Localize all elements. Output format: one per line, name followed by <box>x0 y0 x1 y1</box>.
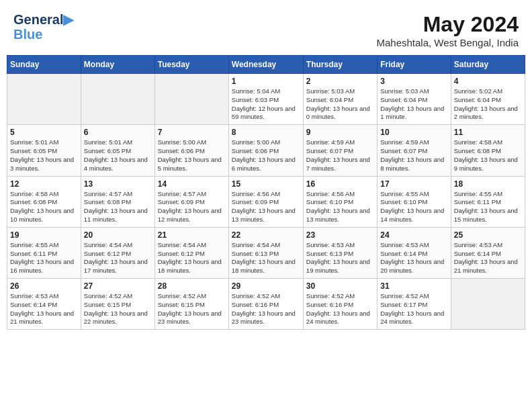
cell-info: Sunrise: 4:56 AM Sunset: 6:10 PM Dayligh… <box>306 190 374 224</box>
calendar-cell: 25Sunrise: 4:53 AM Sunset: 6:14 PM Dayli… <box>451 227 525 278</box>
day-number: 12 <box>10 179 78 189</box>
weekday-header: Thursday <box>303 56 377 74</box>
calendar-cell: 6Sunrise: 5:01 AM Sunset: 6:05 PM Daylig… <box>81 125 154 176</box>
day-number: 21 <box>158 230 226 240</box>
day-number: 30 <box>306 281 374 291</box>
cell-info: Sunrise: 4:54 AM Sunset: 6:12 PM Dayligh… <box>158 241 226 275</box>
day-number: 17 <box>380 179 447 189</box>
calendar-week-row: 19Sunrise: 4:55 AM Sunset: 6:11 PM Dayli… <box>7 227 525 278</box>
calendar-cell <box>154 74 228 125</box>
day-number: 6 <box>84 128 152 137</box>
calendar-cell: 21Sunrise: 4:54 AM Sunset: 6:12 PM Dayli… <box>154 227 228 278</box>
cell-info: Sunrise: 4:53 AM Sunset: 6:14 PM Dayligh… <box>454 241 522 275</box>
cell-info: Sunrise: 5:02 AM Sunset: 6:04 PM Dayligh… <box>454 87 522 122</box>
calendar-cell: 13Sunrise: 4:57 AM Sunset: 6:08 PM Dayli… <box>81 176 154 227</box>
calendar-cell: 29Sunrise: 4:52 AM Sunset: 6:16 PM Dayli… <box>228 279 303 330</box>
calendar-cell: 2Sunrise: 5:03 AM Sunset: 6:04 PM Daylig… <box>303 74 377 125</box>
calendar-cell: 8Sunrise: 5:00 AM Sunset: 6:06 PM Daylig… <box>228 125 303 176</box>
cell-info: Sunrise: 5:04 AM Sunset: 6:03 PM Dayligh… <box>232 87 300 122</box>
cell-info: Sunrise: 4:52 AM Sunset: 6:15 PM Dayligh… <box>84 292 152 326</box>
calendar-cell: 1Sunrise: 5:04 AM Sunset: 6:03 PM Daylig… <box>228 74 303 125</box>
cell-info: Sunrise: 4:52 AM Sunset: 6:17 PM Dayligh… <box>380 292 447 326</box>
cell-info: Sunrise: 4:55 AM Sunset: 6:11 PM Dayligh… <box>454 190 522 224</box>
title-block: May 2024 Maheshtala, West Bengal, India <box>376 12 519 48</box>
cell-info: Sunrise: 4:58 AM Sunset: 6:08 PM Dayligh… <box>10 190 78 224</box>
day-number: 4 <box>454 77 522 86</box>
calendar-cell: 3Sunrise: 5:03 AM Sunset: 6:04 PM Daylig… <box>378 74 451 125</box>
calendar-cell: 24Sunrise: 4:53 AM Sunset: 6:14 PM Dayli… <box>378 227 451 278</box>
location: Maheshtala, West Bengal, India <box>376 37 519 48</box>
cell-info: Sunrise: 4:57 AM Sunset: 6:09 PM Dayligh… <box>158 190 226 224</box>
cell-info: Sunrise: 4:53 AM Sunset: 6:14 PM Dayligh… <box>380 241 447 275</box>
month-title: May 2024 <box>376 12 519 37</box>
calendar-cell: 9Sunrise: 4:59 AM Sunset: 6:07 PM Daylig… <box>303 125 377 176</box>
calendar-cell <box>7 74 81 125</box>
calendar-cell: 15Sunrise: 4:56 AM Sunset: 6:09 PM Dayli… <box>228 176 303 227</box>
calendar-cell: 11Sunrise: 4:58 AM Sunset: 6:08 PM Dayli… <box>451 125 525 176</box>
cell-info: Sunrise: 4:56 AM Sunset: 6:09 PM Dayligh… <box>232 190 300 224</box>
cell-info: Sunrise: 4:57 AM Sunset: 6:08 PM Dayligh… <box>84 190 152 224</box>
cell-info: Sunrise: 4:52 AM Sunset: 6:16 PM Dayligh… <box>306 292 374 326</box>
day-number: 2 <box>306 77 374 86</box>
day-number: 1 <box>232 77 300 86</box>
weekday-header: Tuesday <box>154 56 228 74</box>
calendar-cell: 14Sunrise: 4:57 AM Sunset: 6:09 PM Dayli… <box>154 176 228 227</box>
cell-info: Sunrise: 4:52 AM Sunset: 6:16 PM Dayligh… <box>232 292 300 326</box>
logo: General▶ Blue <box>13 12 73 42</box>
calendar-cell: 12Sunrise: 4:58 AM Sunset: 6:08 PM Dayli… <box>7 176 81 227</box>
calendar-cell: 16Sunrise: 4:56 AM Sunset: 6:10 PM Dayli… <box>303 176 377 227</box>
day-number: 10 <box>380 128 447 137</box>
day-number: 29 <box>232 281 300 291</box>
calendar-cell <box>451 279 525 330</box>
calendar-week-row: 1Sunrise: 5:04 AM Sunset: 6:03 PM Daylig… <box>7 74 525 125</box>
calendar-cell: 5Sunrise: 5:01 AM Sunset: 6:05 PM Daylig… <box>7 125 81 176</box>
day-number: 9 <box>306 128 374 137</box>
day-number: 16 <box>306 179 374 189</box>
calendar-table: SundayMondayTuesdayWednesdayThursdayFrid… <box>7 55 525 330</box>
day-number: 14 <box>158 179 226 189</box>
cell-info: Sunrise: 4:53 AM Sunset: 6:14 PM Dayligh… <box>10 292 78 326</box>
cell-info: Sunrise: 5:00 AM Sunset: 6:06 PM Dayligh… <box>232 138 300 173</box>
day-number: 22 <box>232 230 300 240</box>
calendar-cell: 22Sunrise: 4:54 AM Sunset: 6:13 PM Dayli… <box>228 227 303 278</box>
calendar-week-row: 5Sunrise: 5:01 AM Sunset: 6:05 PM Daylig… <box>7 125 525 176</box>
cell-info: Sunrise: 4:55 AM Sunset: 6:11 PM Dayligh… <box>10 241 78 275</box>
calendar-cell: 23Sunrise: 4:53 AM Sunset: 6:13 PM Dayli… <box>303 227 377 278</box>
cell-info: Sunrise: 5:03 AM Sunset: 6:04 PM Dayligh… <box>380 87 447 122</box>
cell-info: Sunrise: 4:55 AM Sunset: 6:10 PM Dayligh… <box>380 190 447 224</box>
cell-info: Sunrise: 4:54 AM Sunset: 6:12 PM Dayligh… <box>84 241 152 275</box>
logo-blue: Blue <box>13 27 73 42</box>
calendar-week-row: 26Sunrise: 4:53 AM Sunset: 6:14 PM Dayli… <box>7 279 525 330</box>
calendar-cell: 31Sunrise: 4:52 AM Sunset: 6:17 PM Dayli… <box>378 279 451 330</box>
weekday-header: Saturday <box>451 56 525 74</box>
weekday-header: Sunday <box>7 56 81 74</box>
logo-text: General▶ <box>13 12 73 27</box>
cell-info: Sunrise: 4:59 AM Sunset: 6:07 PM Dayligh… <box>306 138 374 173</box>
calendar-cell: 26Sunrise: 4:53 AM Sunset: 6:14 PM Dayli… <box>7 279 81 330</box>
cell-info: Sunrise: 5:00 AM Sunset: 6:06 PM Dayligh… <box>158 138 226 173</box>
cell-info: Sunrise: 4:58 AM Sunset: 6:08 PM Dayligh… <box>454 138 522 173</box>
day-number: 20 <box>84 230 152 240</box>
day-number: 19 <box>10 230 78 240</box>
cell-info: Sunrise: 4:53 AM Sunset: 6:13 PM Dayligh… <box>306 241 374 275</box>
day-number: 8 <box>232 128 300 137</box>
calendar-cell: 19Sunrise: 4:55 AM Sunset: 6:11 PM Dayli… <box>7 227 81 278</box>
day-number: 25 <box>454 230 522 240</box>
day-number: 11 <box>454 128 522 137</box>
day-number: 23 <box>306 230 374 240</box>
calendar-cell: 27Sunrise: 4:52 AM Sunset: 6:15 PM Dayli… <box>81 279 154 330</box>
calendar-header-row: SundayMondayTuesdayWednesdayThursdayFrid… <box>7 56 525 74</box>
weekday-header: Monday <box>81 56 154 74</box>
calendar-cell: 30Sunrise: 4:52 AM Sunset: 6:16 PM Dayli… <box>303 279 377 330</box>
calendar-cell: 10Sunrise: 4:59 AM Sunset: 6:07 PM Dayli… <box>378 125 451 176</box>
calendar-cell <box>81 74 154 125</box>
calendar-week-row: 12Sunrise: 4:58 AM Sunset: 6:08 PM Dayli… <box>7 176 525 227</box>
calendar-cell: 20Sunrise: 4:54 AM Sunset: 6:12 PM Dayli… <box>81 227 154 278</box>
day-number: 31 <box>380 281 447 291</box>
day-number: 13 <box>84 179 152 189</box>
calendar-cell: 7Sunrise: 5:00 AM Sunset: 6:06 PM Daylig… <box>154 125 228 176</box>
cell-info: Sunrise: 5:03 AM Sunset: 6:04 PM Dayligh… <box>306 87 374 122</box>
weekday-header: Friday <box>378 56 451 74</box>
day-number: 7 <box>158 128 226 137</box>
page-header: General▶ Blue May 2024 Maheshtala, West … <box>7 7 525 52</box>
